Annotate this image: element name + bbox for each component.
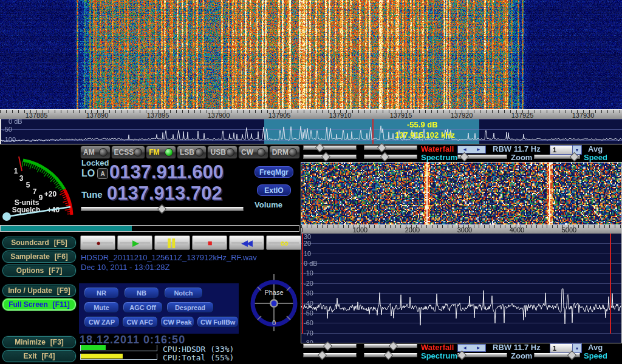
- notch-button[interactable]: Notch: [164, 287, 203, 298]
- filter-edge-line-right[interactable]: [610, 234, 611, 334]
- avg-select[interactable]: 1▼: [550, 145, 582, 155]
- speed-slider[interactable]: [534, 155, 580, 159]
- rf-spectrum-panel[interactable]: 3020100 dB-10-20-30-40-50-60-70-80: [301, 234, 621, 343]
- info-update-button[interactable]: Info / Update[F9]: [2, 285, 76, 297]
- nr-button[interactable]: NR: [84, 287, 119, 298]
- samplerate-button[interactable]: Samplerate[F6]: [2, 251, 76, 263]
- waterfall-contrast-slider-thumb[interactable]: [389, 342, 398, 351]
- s-meter-needle-pivot[interactable]: [2, 212, 11, 221]
- cw-fullbw-button[interactable]: CW FullBw: [197, 316, 239, 328]
- mode-radio-led-icon: [195, 148, 203, 157]
- cw-zap-button[interactable]: CW ZAP: [84, 316, 120, 328]
- waterfall-contrast-slider[interactable]: [364, 146, 417, 150]
- waterfall-brightness-slider-thumb[interactable]: [323, 342, 333, 351]
- rbw-increase-arrow-icon[interactable]: ►: [476, 346, 481, 351]
- spectrum-contrast-slider-thumb[interactable]: [380, 152, 390, 162]
- mode-button-cw[interactable]: CW: [238, 146, 268, 159]
- rbw-decrease-arrow-icon[interactable]: ◄: [462, 147, 467, 152]
- agc-off-button[interactable]: AGC Off: [123, 302, 163, 313]
- main-waterfall[interactable]: [0, 0, 622, 109]
- rbw-increase-arrow-icon[interactable]: ►: [476, 147, 481, 152]
- zoom-slider[interactable]: [457, 353, 507, 357]
- freqmgr-button[interactable]: FreqMgr: [255, 166, 293, 178]
- record-button[interactable]: ●: [80, 235, 115, 250]
- waterfall-contrast-slider[interactable]: [364, 344, 417, 348]
- pause-button[interactable]: ▌▌: [154, 235, 190, 250]
- s-meter[interactable]: 13579+20+40 S-units Squelch: [1, 147, 77, 232]
- main-spectrum-panel[interactable]: 0 dB -50 -100 -55.9 dB 137.915.102 kHz: [0, 119, 622, 144]
- speed-slider[interactable]: [534, 353, 580, 357]
- mode-button-ecss[interactable]: ECSS: [111, 146, 146, 159]
- dsp-row: NRNBNotch: [84, 287, 239, 298]
- rf-hz-tick-label: 5000: [557, 226, 581, 234]
- spectrum-contrast-slider[interactable]: [364, 353, 417, 357]
- avg-select[interactable]: 1▼: [550, 343, 582, 353]
- loop-button[interactable]: ∞: [266, 235, 301, 250]
- spectrum-contrast-slider[interactable]: [364, 155, 417, 159]
- nb-button[interactable]: NB: [124, 287, 159, 298]
- full-screen-button[interactable]: Full Screen[F11]: [2, 298, 76, 311]
- frequency-scale[interactable]: 1378851378901378951379001379051379101379…: [0, 109, 622, 119]
- cw-peak-button[interactable]: CW Peak: [160, 316, 195, 328]
- mode-button-fm[interactable]: FM: [146, 146, 176, 159]
- spectrum-brightness-slider[interactable]: [303, 155, 357, 159]
- cw-afc-button[interactable]: CW AFC: [122, 316, 158, 328]
- rf-waterfall[interactable]: [301, 163, 621, 224]
- freq-tick-label: 137890: [79, 112, 115, 119]
- samplerate-button-label: Samplerate: [10, 252, 50, 261]
- exit-button[interactable]: Exit[F4]: [2, 350, 76, 362]
- s-meter-scale-label: 9: [39, 194, 43, 202]
- minimize-button[interactable]: Minimize[F3]: [2, 336, 76, 348]
- transport-button-row: ●▶▌▌■◀◀∞: [80, 235, 301, 250]
- play-button[interactable]: ▶: [117, 235, 152, 250]
- stop-button[interactable]: ■: [192, 235, 227, 250]
- s-meter-scale-label: 7: [33, 187, 37, 196]
- rewind-button[interactable]: ◀◀: [229, 235, 264, 250]
- zoom-slider[interactable]: [457, 155, 507, 159]
- avg-select-value: 1: [550, 344, 572, 352]
- rbw-decrease-arrow-icon[interactable]: ◄: [462, 346, 467, 351]
- extio-button[interactable]: ExtIO: [257, 184, 291, 196]
- options-button[interactable]: Options[F7]: [2, 265, 76, 277]
- mute-button[interactable]: Mute: [84, 302, 119, 313]
- playback-progress-bar[interactable]: [0, 225, 299, 232]
- spectrum-contrast-slider-thumb[interactable]: [384, 351, 394, 360]
- spectrum-brightness-slider[interactable]: [303, 353, 357, 357]
- waterfall-brightness-slider-thumb[interactable]: [315, 143, 325, 153]
- tune-frequency-display[interactable]: 0137.913.702: [107, 183, 222, 204]
- soundcard-button[interactable]: Soundcard[F5]: [2, 237, 76, 249]
- mode-radio-led-icon: [226, 148, 234, 157]
- zoom-label: Zoom: [511, 153, 532, 161]
- mode-button-lsb[interactable]: LSB: [177, 146, 207, 159]
- waterfall-brightness-slider[interactable]: [303, 344, 357, 348]
- volume-slider-thumb[interactable]: [157, 204, 167, 214]
- play-icon: ▶: [132, 239, 137, 247]
- zoom-slider-thumb[interactable]: [460, 152, 470, 162]
- mode-button-drm[interactable]: DRM: [269, 146, 300, 159]
- lo-auto-button[interactable]: A: [97, 168, 108, 179]
- waterfall-contrast-slider-thumb[interactable]: [377, 143, 387, 153]
- spectrum-brightness-slider-thumb[interactable]: [321, 152, 331, 162]
- minimize-button-key: [F3]: [50, 338, 64, 346]
- zoom-slider-thumb[interactable]: [457, 351, 467, 360]
- rbw-spinner[interactable]: ◄►: [457, 146, 486, 153]
- filter-edge-line-left[interactable]: [302, 234, 303, 334]
- spectrum-label: Spectrum: [421, 153, 457, 161]
- mode-button-am[interactable]: AM: [80, 146, 111, 159]
- spectrum-brightness-slider-thumb[interactable]: [318, 351, 327, 360]
- signal-level-readout: -55.9 dB: [407, 120, 438, 129]
- cpu-hdsdr-label: CPU:HDSDR (33%): [163, 345, 234, 354]
- phase-dial[interactable]: Phase 0: [248, 274, 300, 331]
- zoom-label: Zoom: [511, 352, 532, 360]
- mode-button-row: AMECSSFMLSBUSBCWDRM: [80, 146, 300, 159]
- rf-hz-tick-label: 0: [289, 226, 313, 234]
- minimize-button-label: Minimize: [15, 338, 46, 346]
- cpu-hdsdr-bar: [80, 345, 157, 351]
- lo-frequency-display[interactable]: 0137.911.600: [109, 161, 224, 183]
- despread-button[interactable]: Despread: [166, 302, 214, 313]
- rewind-icon: ◀◀: [242, 239, 251, 247]
- waterfall-brightness-slider[interactable]: [303, 146, 357, 150]
- mode-button-usb[interactable]: USB: [207, 146, 238, 159]
- volume-slider[interactable]: [81, 207, 244, 211]
- rf-frequency-scale[interactable]: 010002000300040005000: [301, 224, 621, 234]
